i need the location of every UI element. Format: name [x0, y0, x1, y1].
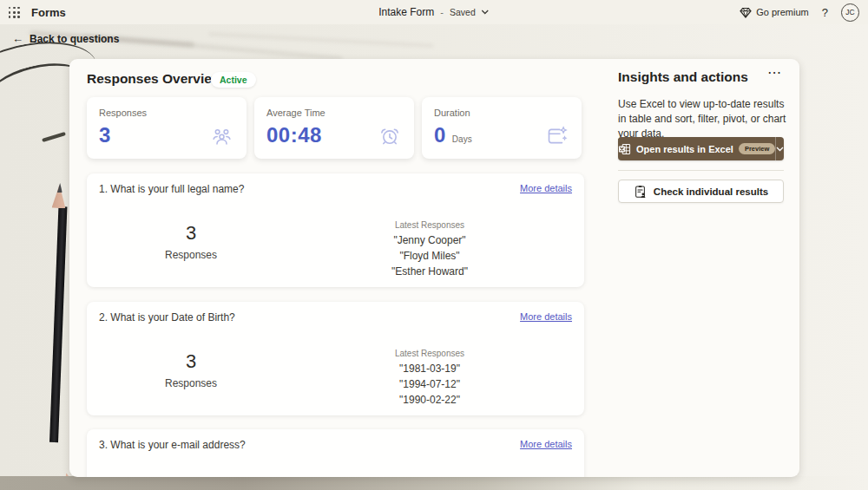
latest-responses-block: Latest Responses "1981-03-19" "1994-07-1…	[360, 349, 499, 409]
document-title: Intake Form	[378, 6, 434, 18]
page-title: Responses Overview	[87, 71, 222, 87]
excel-split-dropdown[interactable]	[776, 137, 784, 160]
avatar[interactable]: JC	[841, 3, 859, 22]
more-options-ellipsis-icon[interactable]: ⋯	[767, 64, 782, 81]
back-arrow-icon: ←	[12, 32, 23, 45]
latest-response-item: "1981-03-19"	[360, 363, 499, 375]
stat-label: Duration	[434, 108, 470, 118]
latest-response-item: "Floyd Miles"	[360, 250, 499, 262]
topbar-right-group: Go premium ? JC	[740, 0, 859, 24]
gem-icon	[740, 7, 752, 18]
latest-response-item: "Jenny Cooper"	[360, 234, 499, 246]
form-person-icon	[634, 185, 647, 199]
more-details-link[interactable]: More details	[520, 183, 572, 193]
desk-shadow-strip	[0, 476, 868, 490]
latest-response-item: "1990-02-22"	[360, 394, 499, 406]
open-results-excel-button[interactable]: Open results in Excel Preview	[618, 137, 784, 160]
calendar-sparkle-icon	[545, 125, 569, 147]
pencil-stub	[42, 132, 66, 142]
insights-title: Insights and actions	[618, 69, 748, 85]
check-individual-results-button[interactable]: Check individual results	[618, 180, 784, 203]
question-card-2: 2. What is your Date of Birth? More deta…	[87, 302, 584, 415]
stat-value: 3	[99, 123, 111, 147]
chevron-down-icon[interactable]	[482, 10, 490, 15]
latest-responses-label: Latest Responses	[360, 220, 499, 230]
latest-response-item: "Esther Howard"	[360, 265, 499, 278]
question-title: 2. What is your Date of Birth?	[99, 311, 235, 323]
latest-responses-label: Latest Responses	[360, 349, 499, 358]
response-count: 3	[148, 222, 234, 245]
alarm-clock-icon	[378, 125, 401, 147]
insights-divider	[618, 170, 784, 171]
people-icon	[210, 126, 233, 147]
open-results-excel-label: Open results in Excel	[636, 144, 733, 154]
response-count: 3	[148, 350, 234, 373]
response-count-label: Responses	[148, 249, 234, 261]
save-status: Saved	[450, 7, 476, 17]
stat-card-average-time: Average Time 00:48	[254, 97, 414, 159]
app-name[interactable]: Forms	[31, 6, 66, 19]
stat-label: Average Time	[266, 108, 326, 118]
stat-unit: Days	[452, 134, 472, 144]
forms-responses-page: Forms Intake Form - Saved Go premium ? J…	[0, 0, 868, 490]
desk-pencil-blur-streak	[208, 32, 434, 48]
response-count-block: 3 Responses	[148, 350, 234, 389]
response-count-label: Responses	[148, 377, 234, 389]
more-details-link[interactable]: More details	[520, 439, 572, 449]
stat-card-responses: Responses 3	[87, 97, 247, 159]
excel-icon	[618, 143, 631, 155]
question-card-1: 1. What is your full legal name? More de…	[87, 173, 584, 287]
app-launcher-waffle-icon[interactable]	[9, 7, 20, 18]
check-individual-results-label: Check individual results	[654, 186, 768, 197]
responses-panel: Responses Overview Active Responses 3 Av…	[69, 59, 799, 477]
go-premium-label: Go premium	[756, 7, 809, 17]
status-badge: Active	[211, 72, 256, 88]
top-app-bar: Forms Intake Form - Saved Go premium ? J…	[0, 0, 868, 24]
question-title: 3. What is your e-mail address?	[99, 439, 246, 451]
back-label: Back to questions	[30, 33, 119, 45]
question-title: 1. What is your full legal name?	[99, 183, 244, 195]
latest-response-item: "1994-07-12"	[360, 378, 499, 390]
black-pencil-lead	[57, 183, 62, 193]
stat-label: Responses	[99, 108, 147, 118]
chevron-down-icon	[776, 147, 784, 152]
question-card-3: 3. What is your e-mail address? More det…	[87, 429, 584, 477]
document-title-group[interactable]: Intake Form - Saved	[378, 0, 489, 24]
stat-value: 0Days	[434, 123, 472, 147]
help-button[interactable]: ?	[822, 6, 828, 19]
preview-badge: Preview	[739, 143, 775, 154]
stat-card-duration: Duration 0Days	[422, 97, 582, 159]
back-to-questions-link[interactable]: ← Back to questions	[12, 32, 119, 45]
insights-description: Use Excel to view up-to-date results in …	[618, 97, 789, 141]
more-details-link[interactable]: More details	[520, 311, 572, 322]
response-count-block: 3 Responses	[148, 222, 234, 261]
open-results-excel-main[interactable]: Open results in Excel Preview	[618, 137, 776, 160]
title-separator: -	[440, 7, 444, 17]
stat-value: 00:48	[266, 123, 322, 147]
black-pencil	[49, 206, 67, 442]
latest-responses-block: Latest Responses "Jenny Cooper" "Floyd M…	[360, 220, 499, 281]
go-premium-button[interactable]: Go premium	[740, 7, 809, 18]
